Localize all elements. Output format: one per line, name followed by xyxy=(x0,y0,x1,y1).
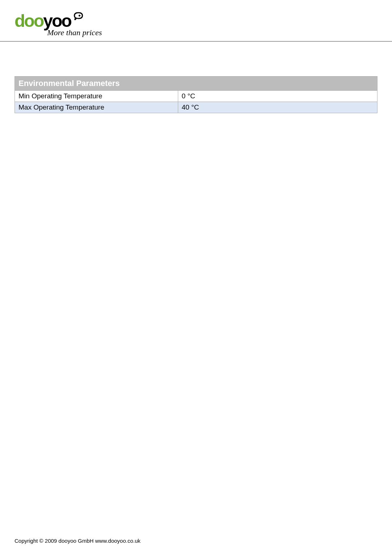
spec-label: Min Operating Temperature xyxy=(15,91,178,102)
table-row: Max Operating Temperature 40 °C xyxy=(15,102,377,113)
page-header: doo yoo More than prices xyxy=(0,0,392,42)
table-row: Min Operating Temperature 0 °C xyxy=(15,91,377,102)
svg-point-0 xyxy=(79,15,81,16)
spec-value: 0 °C xyxy=(178,91,377,102)
logo: doo yoo More than prices xyxy=(15,11,102,37)
speech-bubble-icon xyxy=(72,11,85,24)
specifications-table: Environmental Parameters Min Operating T… xyxy=(15,76,377,113)
content-area: Environmental Parameters Min Operating T… xyxy=(0,42,392,113)
spec-label: Max Operating Temperature xyxy=(15,102,178,113)
table-header: Environmental Parameters xyxy=(15,77,377,91)
logo-text-doo: doo xyxy=(15,11,43,31)
logo-tagline: More than prices xyxy=(47,28,102,37)
page-footer: Copyright © 2009 dooyoo GmbH www.dooyoo.… xyxy=(15,538,140,544)
spec-value: 40 °C xyxy=(178,102,377,113)
